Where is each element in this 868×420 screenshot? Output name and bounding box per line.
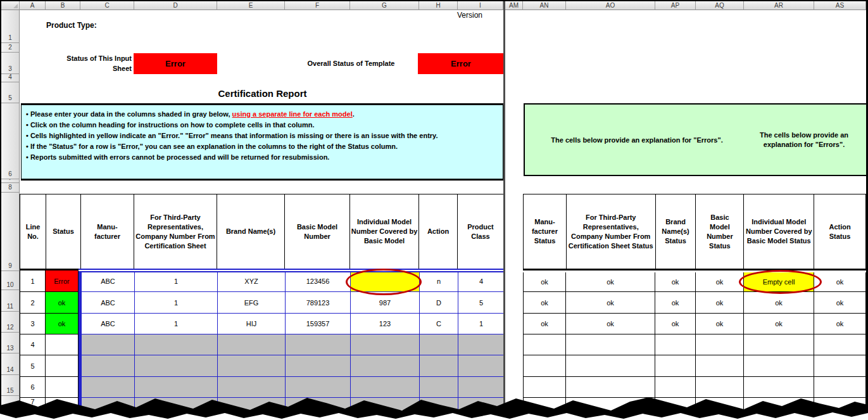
cell-individual-model-status[interactable]: ok	[744, 292, 814, 314]
cell-individual-model-status[interactable]	[744, 355, 814, 377]
cell-product-class[interactable]: 4	[458, 270, 505, 292]
cell-brand[interactable]	[218, 355, 286, 377]
header-action-status[interactable]: Action Status	[814, 194, 866, 269]
cell-company-number[interactable]: 1	[135, 314, 218, 334]
cell-individual-model[interactable]: 987	[351, 292, 420, 314]
cell-company-number[interactable]	[135, 355, 218, 377]
header-manufacturer[interactable]: Manu-facturer	[81, 194, 134, 269]
header-third-party[interactable]: For Third-Party Representatives, Company…	[134, 194, 217, 269]
column-header-I[interactable]: I	[458, 1, 503, 10]
header-basic-model[interactable]: Basic Model Number	[285, 194, 350, 269]
column-header-E[interactable]: E	[217, 1, 285, 10]
row-header-9[interactable]: 9	[1, 193, 20, 271]
frozen-pane-divider[interactable]	[503, 0, 505, 420]
column-header-H[interactable]: H	[419, 1, 458, 10]
cell-basic-model-status[interactable]: ok	[696, 292, 744, 314]
cell-action-status[interactable]	[814, 334, 866, 355]
cell-manufacturer[interactable]	[82, 355, 135, 377]
cell-third-party-status[interactable]	[566, 334, 655, 355]
cell-company-number[interactable]: 1	[135, 270, 218, 292]
cell-basic-model[interactable]	[286, 334, 351, 355]
cell-line-no[interactable]: 5	[20, 355, 46, 377]
cell-brand-status[interactable]: ok	[655, 292, 696, 314]
cell-action[interactable]: C	[420, 314, 458, 334]
cell-manufacturer-status[interactable]: ok	[523, 314, 566, 334]
cell-brand[interactable]: XYZ	[218, 270, 286, 292]
separate-line-link[interactable]: using a separate line for each model	[232, 110, 353, 118]
header-brand-status[interactable]: Brand Name(s) Status	[656, 194, 696, 269]
cell-manufacturer-status[interactable]: ok	[523, 272, 566, 292]
column-header-F[interactable]: F	[285, 1, 350, 10]
cell-third-party-status[interactable]: ok	[566, 272, 655, 292]
row-header-6[interactable]: 6	[1, 103, 20, 179]
cell-brand[interactable]: EFG	[218, 292, 286, 314]
column-header-AQ[interactable]: AQ	[696, 1, 744, 10]
header-manufacturer-status[interactable]: Manu-facturer Status	[524, 194, 567, 269]
cell-manufacturer[interactable]	[82, 334, 135, 355]
cell-basic-model[interactable]: 159357	[286, 314, 351, 334]
column-header-AP[interactable]: AP	[655, 1, 696, 10]
cell-manufacturer-status[interactable]: ok	[523, 292, 566, 314]
cell-action[interactable]: D	[420, 292, 458, 314]
cell-manufacturer-status[interactable]	[523, 355, 566, 377]
header-third-party-status[interactable]: For Third-Party Representatives, Company…	[567, 194, 656, 269]
column-header-B[interactable]: B	[46, 1, 80, 10]
cell-brand-status[interactable]	[655, 355, 696, 377]
select-all-corner[interactable]	[1, 1, 20, 10]
cell-individual-model-status[interactable]	[744, 334, 814, 355]
cell-manufacturer[interactable]: ABC	[82, 292, 135, 314]
column-header-AO[interactable]: AO	[566, 1, 655, 10]
cell-basic-model[interactable]: 789123	[286, 292, 351, 314]
cell-manufacturer[interactable]: ABC	[82, 270, 135, 292]
column-header-C[interactable]: C	[80, 1, 134, 10]
cell-status[interactable]	[46, 355, 79, 377]
row-header-4[interactable]: 4	[1, 74, 20, 82]
cell-basic-model-status[interactable]: ok	[696, 272, 744, 292]
cell-action-status[interactable]: ok	[814, 272, 866, 292]
header-basic-model-status[interactable]: Basic Model Number Status	[696, 194, 744, 269]
cell-action-status[interactable]: ok	[814, 314, 866, 334]
cell-individual-model-status[interactable]: ok	[744, 314, 814, 334]
row-header-14[interactable]: 14	[1, 353, 20, 375]
cell-brand-status[interactable]: ok	[655, 272, 696, 292]
cell-basic-model-status[interactable]	[696, 355, 744, 377]
row-header-2[interactable]: 2	[1, 43, 20, 53]
cell-product-class[interactable]: 5	[458, 292, 505, 314]
cell-brand-status[interactable]	[655, 334, 696, 355]
row-header-12[interactable]: 12	[1, 312, 20, 333]
header-status[interactable]: Status	[46, 194, 81, 269]
column-header-AN[interactable]: AN	[523, 1, 566, 10]
header-line-no[interactable]: Line No.	[20, 194, 46, 269]
cell-action[interactable]	[420, 355, 458, 377]
cell-status[interactable]	[46, 334, 79, 355]
header-action[interactable]: Action	[419, 194, 458, 269]
header-individual-model[interactable]: Individual Model Number Covered by Basic…	[350, 194, 419, 269]
cell-basic-model[interactable]	[286, 355, 351, 377]
cell-status[interactable]: ok	[46, 314, 79, 334]
cell-manufacturer-status[interactable]	[523, 334, 566, 355]
column-header-AS[interactable]: AS	[814, 1, 866, 10]
column-header-AR[interactable]: AR	[744, 1, 814, 10]
row-header-3[interactable]: 3	[1, 53, 20, 74]
cell-individual-model[interactable]	[351, 334, 420, 355]
cell-action-status[interactable]: ok	[814, 292, 866, 314]
cell-third-party-status[interactable]: ok	[566, 314, 655, 334]
cell-basic-model-status[interactable]: ok	[696, 314, 744, 334]
cell-company-number[interactable]	[135, 334, 218, 355]
cell-manufacturer[interactable]: ABC	[82, 314, 135, 334]
cell-basic-model[interactable]: 123456	[286, 270, 351, 292]
header-individual-model-status[interactable]: Individual Model Number Covered by Basic…	[744, 194, 814, 269]
cell-action-status[interactable]	[814, 355, 866, 377]
cell-status[interactable]: Error	[46, 270, 79, 292]
column-header-G[interactable]: G	[350, 1, 419, 10]
cell-brand[interactable]	[218, 334, 286, 355]
cell-line-no[interactable]: 2	[20, 292, 46, 314]
cell-brand[interactable]: HIJ	[218, 314, 286, 334]
column-header-A[interactable]: A	[20, 1, 46, 10]
row-header-5[interactable]: 5	[1, 82, 20, 103]
row-header-1[interactable]: 1	[1, 10, 20, 43]
cell-individual-model[interactable]: 123	[351, 314, 420, 334]
row-header-13[interactable]: 13	[1, 333, 20, 353]
column-header-D[interactable]: D	[134, 1, 217, 10]
row-header-11[interactable]: 11	[1, 290, 20, 312]
